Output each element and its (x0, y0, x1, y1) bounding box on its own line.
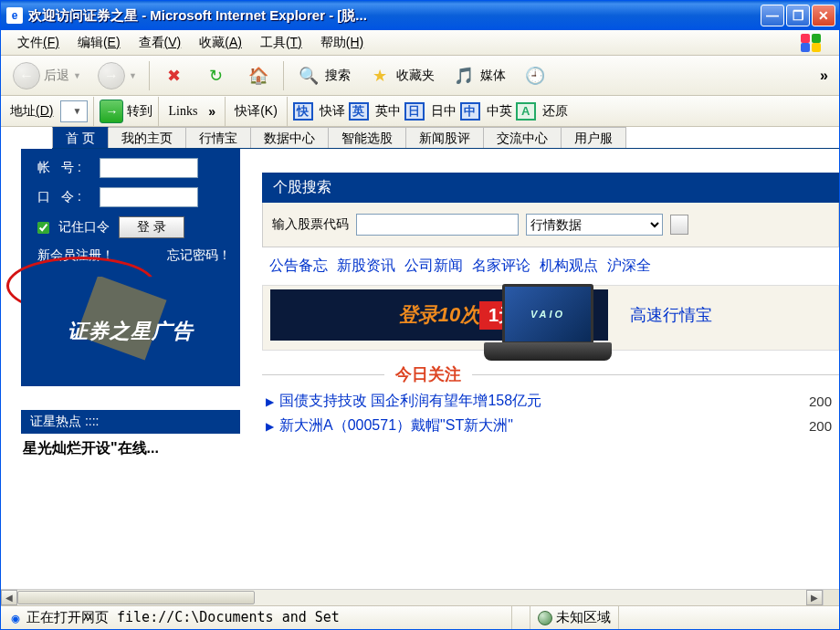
address-combo[interactable]: ▼ (60, 100, 88, 122)
back-button[interactable]: ← 后退 ▼ (6, 59, 88, 92)
password-input[interactable] (100, 187, 198, 207)
chevron-down-icon: ▼ (129, 71, 137, 80)
scroll-thumb[interactable] (17, 591, 255, 604)
titlebar: e 欢迎访问证券之星 - Microsoft Internet Explorer… (1, 1, 839, 30)
scroll-corner (823, 589, 839, 605)
stock-search-label: 输入股票代码 (272, 216, 349, 233)
addressbar: 地址(D) ▼ → 转到 Links » 快译(K) 快快译 英英中 日日中 中… (1, 96, 839, 127)
promo-banner[interactable]: 登录10次 1元 VAIO (270, 289, 608, 341)
tab-smartpick[interactable]: 智能选股 (329, 127, 406, 148)
forward-button[interactable]: → ▼ (91, 59, 143, 92)
media-button[interactable]: 🎵媒体 (445, 59, 512, 92)
register-link[interactable]: 新会员注册！ (37, 247, 114, 264)
news-year: 200 (809, 394, 839, 409)
page-icon: ◉ (8, 611, 23, 625)
tab-myhome[interactable]: 我的主页 (109, 127, 186, 148)
toolbar: ← 后退 ▼ → ▼ ✖ ↻ 🏠 🔍搜索 ★收藏夹 🎵媒体 🕘 » (1, 56, 839, 96)
links-overflow[interactable]: » (205, 104, 219, 119)
news-link[interactable]: 新大洲A（000571）戴帽"ST新大洲" (279, 416, 513, 436)
menu-file[interactable]: 文件(F) (8, 33, 68, 53)
site-nav-tabs: 首 页 我的主页 行情宝 数据中心 智能选股 新闻股评 交流中心 用户服 (52, 127, 839, 149)
back-arrow-icon: ← (13, 62, 40, 89)
maximize-button[interactable]: ❐ (786, 5, 810, 26)
windows-flag-icon (797, 32, 832, 54)
menu-favorites[interactable]: 收藏(A) (190, 33, 251, 53)
quick-link[interactable]: 公司新闻 (404, 257, 463, 276)
tab-news[interactable]: 新闻股评 (406, 127, 484, 148)
promo-link[interactable]: 高速行情宝 (630, 304, 712, 326)
stock-search-row: 输入股票代码 行情数据 (262, 203, 839, 247)
stock-code-input[interactable] (356, 214, 519, 236)
home-button[interactable]: 🏠 (239, 59, 278, 92)
status-zone: 未知区域 (530, 606, 619, 629)
tab-community[interactable]: 交流中心 (484, 127, 562, 148)
quick-link[interactable]: 公告备忘 (269, 257, 328, 276)
quick-link[interactable]: 机构观点 (540, 257, 598, 276)
hotspot-header: 证星热点 :::: (21, 410, 240, 434)
status-sep (512, 606, 530, 629)
history-button[interactable]: 🕘 (516, 59, 554, 92)
globe-icon (538, 611, 552, 625)
translate-badge-1[interactable]: 快 (293, 102, 313, 121)
laptop-image: VAIO (484, 284, 612, 384)
hotspot-item[interactable]: 星光灿烂开设"在线... (21, 434, 240, 464)
tab-datacenter[interactable]: 数据中心 (251, 127, 329, 148)
scroll-left-arrow[interactable]: ◀ (1, 590, 17, 605)
refresh-icon: ↻ (204, 63, 229, 89)
quick-link[interactable]: 名家评论 (472, 257, 530, 276)
scroll-right-arrow[interactable]: ▶ (806, 590, 823, 605)
tab-home[interactable]: 首 页 (52, 127, 109, 148)
quick-link[interactable]: 新股资讯 (337, 257, 395, 276)
forward-arrow-icon: → (98, 62, 125, 89)
stock-search-header: 个股搜索 (262, 173, 839, 203)
news-link[interactable]: 国债支持技改 国企利润有望年增158亿元 (279, 392, 541, 411)
menu-tools[interactable]: 工具(T) (251, 33, 311, 53)
stock-select[interactable]: 行情数据 (526, 214, 663, 236)
account-input[interactable] (100, 158, 198, 178)
page-content: 首 页 我的主页 行情宝 数据中心 智能选股 新闻股评 交流中心 用户服 帐 号… (1, 127, 839, 605)
search-icon: 🔍 (296, 63, 321, 89)
main-column: 个股搜索 输入股票代码 行情数据 公告备忘 新股资讯 公司新闻 名家评论 机构观… (247, 149, 839, 605)
favorites-button[interactable]: ★收藏夹 (361, 59, 441, 92)
minimize-button[interactable]: — (761, 5, 784, 26)
search-button[interactable]: 🔍搜索 (289, 59, 357, 92)
sidebar-ad-banner[interactable]: 证券之星广告 (21, 277, 240, 386)
translate-badge-5[interactable]: A (516, 102, 536, 121)
forgot-password-link[interactable]: 忘记密码！ (167, 247, 231, 264)
search-submit-button[interactable] (670, 215, 688, 235)
status-text: ◉ 正在打开网页 file://C:\Documents and Set (1, 606, 512, 629)
translate-badge-4[interactable]: 中 (460, 102, 480, 121)
horizontal-scrollbar[interactable]: ◀ ▶ (1, 589, 823, 605)
stop-button[interactable]: ✖ (155, 59, 194, 92)
go-button[interactable]: → (100, 100, 123, 123)
tab-user[interactable]: 用户服 (562, 127, 626, 148)
quick-link[interactable]: 沪深全 (607, 257, 651, 276)
links-label: Links (164, 104, 201, 119)
quick-translate-label: 快译(K) (231, 103, 281, 120)
login-button[interactable]: 登 录 (119, 216, 184, 238)
star-icon: ★ (367, 63, 393, 89)
chevron-down-icon: ▼ (73, 71, 81, 80)
tab-quotes[interactable]: 行情宝 (186, 127, 251, 148)
translate-badge-2[interactable]: 英 (349, 102, 369, 121)
history-icon: 🕘 (522, 63, 548, 89)
menu-view[interactable]: 查看(V) (130, 33, 191, 53)
remember-checkbox[interactable] (37, 222, 49, 234)
menu-help[interactable]: 帮助(H) (311, 33, 373, 53)
home-icon: 🏠 (246, 63, 271, 89)
stop-icon: ✖ (162, 63, 187, 89)
account-label: 帐 号: (37, 160, 100, 176)
news-year: 200 (809, 418, 839, 434)
password-label: 口 令: (37, 189, 100, 205)
translate-badge-3[interactable]: 日 (404, 102, 425, 121)
ie-icon: e (6, 7, 23, 24)
close-button[interactable]: ✕ (812, 5, 835, 26)
toolbar-overflow[interactable]: » (820, 68, 834, 84)
window-title: 欢迎访问证券之星 - Microsoft Internet Explorer -… (28, 7, 757, 25)
statusbar: ◉ 正在打开网页 file://C:\Documents and Set 未知区… (1, 605, 839, 629)
refresh-button[interactable]: ↻ (197, 59, 236, 92)
menubar: 文件(F) 编辑(E) 查看(V) 收藏(A) 工具(T) 帮助(H) (1, 30, 839, 56)
login-panel: 帐 号: 口 令: 记住口令 登 录 新会员注册！ 忘记密码！ (21, 149, 240, 277)
menu-edit[interactable]: 编辑(E) (68, 33, 130, 53)
go-label: 转到 (127, 103, 152, 120)
